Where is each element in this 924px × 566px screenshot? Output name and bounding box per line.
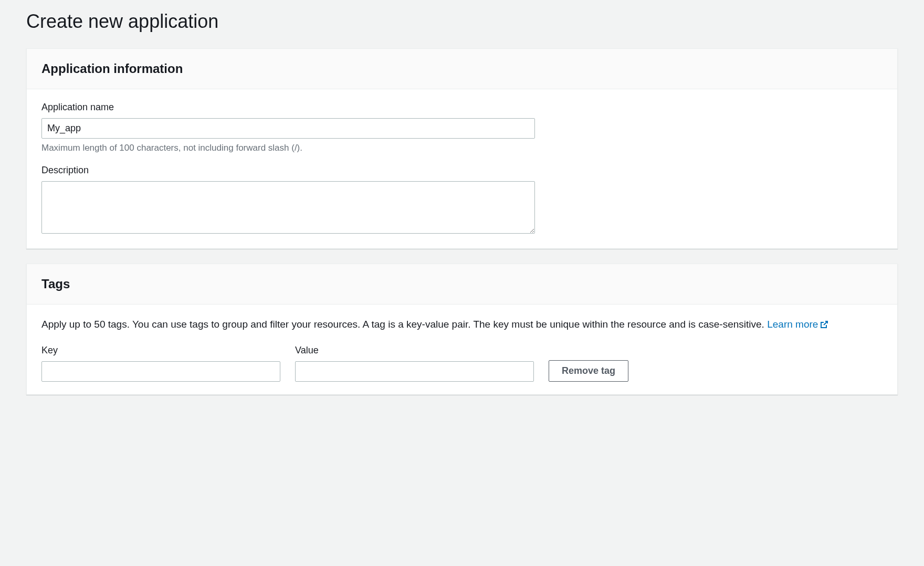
panel-header: Tags — [27, 264, 897, 305]
application-information-heading: Application information — [41, 61, 883, 76]
tag-row: Key Value Remove tag — [41, 345, 883, 382]
panel-header: Application information — [27, 49, 897, 89]
learn-more-link[interactable]: Learn more — [767, 319, 828, 330]
tags-description-text: Apply up to 50 tags. You can use tags to… — [41, 319, 767, 330]
tag-value-label: Value — [295, 345, 534, 356]
tag-value-column: Value — [295, 345, 534, 382]
description-label: Description — [41, 165, 883, 176]
tags-heading: Tags — [41, 277, 883, 291]
tags-description: Apply up to 50 tags. You can use tags to… — [41, 317, 883, 332]
description-field: Description — [41, 165, 883, 236]
tags-panel: Tags Apply up to 50 tags. You can use ta… — [26, 264, 898, 395]
tag-key-input[interactable] — [41, 361, 280, 382]
tag-value-input[interactable] — [295, 361, 534, 382]
application-name-help: Maximum length of 100 characters, not in… — [41, 143, 883, 153]
application-information-panel: Application information Application name… — [26, 48, 898, 249]
page-title: Create new application — [26, 0, 898, 48]
panel-body: Application name Maximum length of 100 c… — [27, 89, 897, 248]
application-name-input[interactable] — [41, 118, 535, 139]
tag-key-label: Key — [41, 345, 280, 356]
tag-key-column: Key — [41, 345, 280, 382]
description-input[interactable] — [41, 181, 535, 234]
application-name-field: Application name Maximum length of 100 c… — [41, 102, 883, 153]
tag-action-column: Remove tag — [549, 360, 628, 382]
external-link-icon — [820, 318, 828, 327]
remove-tag-button[interactable]: Remove tag — [549, 360, 628, 382]
application-name-label: Application name — [41, 102, 883, 113]
panel-body: Apply up to 50 tags. You can use tags to… — [27, 305, 897, 394]
